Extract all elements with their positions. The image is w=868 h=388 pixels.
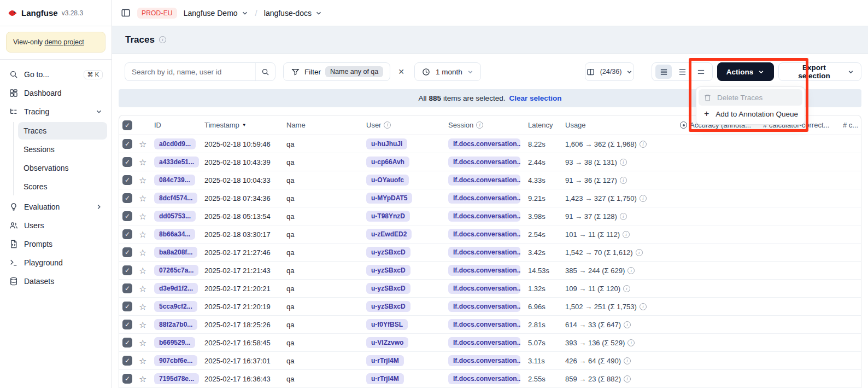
session-badge[interactable]: lf.docs.conversation... xyxy=(448,157,520,167)
column-header-usage[interactable]: Usage xyxy=(565,121,680,129)
sidebar-item-dashboard[interactable]: Dashboard xyxy=(4,84,107,102)
table-row[interactable]: ✓ ☆ 8dcf4574... 2025-02-18 07:34:36 qa u… xyxy=(119,189,861,207)
row-checkbox[interactable]: ✓ xyxy=(122,265,132,275)
column-header-timestamp[interactable]: Timestamp▼ xyxy=(204,121,286,129)
user-badge[interactable]: u-yzSBxcD xyxy=(366,265,410,276)
session-badge[interactable]: lf.docs.conversation... xyxy=(448,373,520,384)
info-icon[interactable]: i xyxy=(640,141,647,148)
project-selector[interactable]: langfuse-docs xyxy=(264,9,322,18)
sidebar-item-scores[interactable]: Scores xyxy=(18,178,107,195)
row-checkbox[interactable]: ✓ xyxy=(122,247,132,257)
column-header-score-extra[interactable]: # c... xyxy=(843,121,861,129)
star-icon[interactable]: ☆ xyxy=(139,157,146,167)
row-height-medium-icon[interactable] xyxy=(674,65,690,79)
star-icon[interactable]: ☆ xyxy=(139,283,146,294)
trace-id-badge[interactable]: 5cca9cf2... xyxy=(154,301,197,312)
user-badge[interactable]: u-MYpDAT5 xyxy=(366,193,412,204)
table-row[interactable]: ✓ ☆ a433de51... 2025-02-18 10:43:39 qa u… xyxy=(119,153,861,171)
star-icon[interactable]: ☆ xyxy=(139,175,146,186)
session-badge[interactable]: lf.docs.conversation... xyxy=(448,211,520,222)
select-all-checkbox[interactable]: ✓ xyxy=(122,120,132,130)
clear-selection-link[interactable]: Clear selection xyxy=(509,94,561,102)
sidebar-item-observations[interactable]: Observations xyxy=(18,159,107,177)
table-row[interactable]: ✓ ☆ 084c739... 2025-02-18 10:04:33 qa u-… xyxy=(119,171,861,189)
sidebar-item-tracing[interactable]: Tracing xyxy=(4,102,107,121)
info-icon[interactable]: i xyxy=(620,213,627,220)
sidebar-item-prompts[interactable]: Prompts xyxy=(4,235,107,253)
export-selection-button[interactable]: Export selection xyxy=(778,62,861,81)
sidebar-item-users[interactable]: Users xyxy=(4,216,107,235)
info-icon[interactable]: i xyxy=(620,159,627,166)
trace-id-badge[interactable]: d3e9d1f2... xyxy=(154,283,198,294)
user-badge[interactable]: u-yzSBxcD xyxy=(366,283,410,294)
trace-id-badge[interactable]: a0cd0d9... xyxy=(154,138,196,149)
user-badge[interactable]: u-huJhuJi xyxy=(366,138,407,149)
star-icon[interactable]: ☆ xyxy=(139,302,146,312)
info-icon[interactable]: i xyxy=(627,339,635,346)
sidebar-item-datasets[interactable]: Datasets xyxy=(4,272,107,291)
row-checkbox[interactable]: ✓ xyxy=(122,175,132,185)
trace-id-badge[interactable]: 8dcf4574... xyxy=(154,193,197,204)
user-badge[interactable]: u-rTrjI4M xyxy=(366,373,404,384)
row-checkbox[interactable]: ✓ xyxy=(122,356,132,366)
sidebar-toggle-icon[interactable] xyxy=(121,8,131,18)
star-icon[interactable]: ☆ xyxy=(139,320,146,330)
session-badge[interactable]: lf.docs.conversation... xyxy=(448,175,520,186)
user-badge[interactable]: u-zEwdED2 xyxy=(366,229,412,240)
info-icon[interactable]: i xyxy=(624,375,631,383)
session-badge[interactable]: lf.docs.conversation... xyxy=(448,319,520,330)
trace-id-badge[interactable]: 88f2a7b0... xyxy=(154,319,197,330)
column-header-latency[interactable]: Latency xyxy=(528,121,565,129)
star-icon[interactable]: ☆ xyxy=(139,211,146,222)
trace-id-badge[interactable]: 07265c7a... xyxy=(154,265,198,276)
row-checkbox[interactable]: ✓ xyxy=(122,283,132,293)
user-badge[interactable]: u-yzSBxcD xyxy=(366,247,410,258)
row-height-large-icon[interactable] xyxy=(693,65,709,79)
session-badge[interactable]: lf.docs.conversation... xyxy=(448,265,520,276)
column-header-user[interactable]: Useri xyxy=(366,121,448,129)
trace-id-badge[interactable]: dd05753... xyxy=(154,211,196,222)
star-icon[interactable]: ☆ xyxy=(139,193,146,204)
trace-id-badge[interactable]: 084c739... xyxy=(154,175,195,186)
user-badge[interactable]: u-yzSBxcD xyxy=(366,301,410,312)
info-icon[interactable]: i xyxy=(624,357,631,364)
star-icon[interactable]: ☆ xyxy=(139,374,146,384)
star-icon[interactable]: ☆ xyxy=(139,247,146,258)
filter-button[interactable]: Filter Name any of qa xyxy=(283,62,390,81)
info-icon[interactable]: i xyxy=(159,36,166,43)
row-checkbox[interactable]: ✓ xyxy=(122,229,132,239)
clear-filter-button[interactable]: ✕ xyxy=(396,65,407,78)
user-badge[interactable]: u-T98YnzD xyxy=(366,211,410,222)
star-icon[interactable]: ☆ xyxy=(139,139,146,149)
trace-id-badge[interactable]: a433de51... xyxy=(154,157,199,167)
table-row[interactable]: ✓ ☆ ba8a208f... 2025-02-17 21:27:46 qa u… xyxy=(119,244,861,262)
info-icon[interactable]: i xyxy=(623,285,630,292)
user-badge[interactable]: u-cp66Avh xyxy=(366,157,409,167)
row-checkbox[interactable]: ✓ xyxy=(122,193,132,203)
row-checkbox[interactable]: ✓ xyxy=(122,157,132,167)
session-badge[interactable]: lf.docs.conversation... xyxy=(448,355,520,366)
sidebar-item-goto[interactable]: Go to... ⌘ K xyxy=(4,65,107,84)
row-checkbox[interactable]: ✓ xyxy=(122,211,132,221)
user-badge[interactable]: u-rTrjI4M xyxy=(366,355,404,366)
session-badge[interactable]: lf.docs.conversation... xyxy=(448,301,520,312)
trace-id-badge[interactable]: 7195d78e... xyxy=(154,373,199,384)
star-icon[interactable]: ☆ xyxy=(139,229,146,240)
trace-id-badge[interactable]: 8b66a34... xyxy=(154,229,195,240)
table-row[interactable]: ✓ ☆ b669529... 2025-02-17 16:58:45 qa u-… xyxy=(119,334,861,352)
star-icon[interactable]: ☆ xyxy=(139,356,146,366)
table-row[interactable]: ✓ ☆ dd05753... 2025-02-18 05:13:54 qa u-… xyxy=(119,207,861,225)
table-row[interactable]: ✓ ☆ 907cbf6e... 2025-02-17 16:37:01 qa u… xyxy=(119,352,861,370)
row-checkbox[interactable]: ✓ xyxy=(122,374,132,384)
info-icon[interactable]: i xyxy=(627,267,635,274)
sidebar-item-playground[interactable]: Playground xyxy=(4,253,107,272)
user-badge[interactable]: u-OYauofc xyxy=(366,175,409,186)
sidebar-item-traces[interactable]: Traces xyxy=(18,122,107,140)
actions-button[interactable]: Actions xyxy=(717,62,774,81)
star-icon[interactable]: ☆ xyxy=(139,338,146,348)
table-row[interactable]: ✓ ☆ 8b66a34... 2025-02-18 03:30:17 qa u-… xyxy=(119,225,861,244)
sidebar-item-evaluation[interactable]: Evaluation xyxy=(4,198,107,216)
row-checkbox[interactable]: ✓ xyxy=(122,338,132,348)
session-badge[interactable]: lf.docs.conversation... xyxy=(448,138,520,149)
column-header-session[interactable]: Sessioni xyxy=(448,121,528,129)
